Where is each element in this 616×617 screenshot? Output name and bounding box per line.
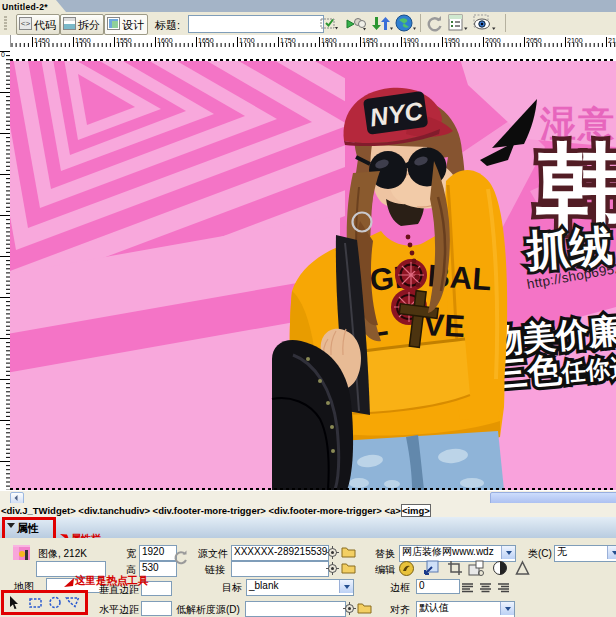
svg-text:<>: <> <box>21 19 31 28</box>
svg-text:1700: 1700 <box>239 37 255 44</box>
svg-text:1600: 1600 <box>157 37 173 44</box>
svg-text:2100: 2100 <box>567 37 583 44</box>
svg-text:1800: 1800 <box>321 37 337 44</box>
svg-text:1550: 1550 <box>116 37 132 44</box>
svg-text:1750: 1750 <box>280 37 296 44</box>
svg-text:2000: 2000 <box>485 37 501 44</box>
svg-text:1850: 1850 <box>362 37 378 44</box>
svg-text:1950: 1950 <box>444 37 460 44</box>
svg-text:1650: 1650 <box>198 37 214 44</box>
svg-text:2050: 2050 <box>526 37 542 44</box>
svg-text:0: 0 <box>1 51 5 58</box>
svg-text:1500: 1500 <box>75 37 91 44</box>
svg-text:1450: 1450 <box>34 37 50 44</box>
svg-text:1900: 1900 <box>403 37 419 44</box>
svg-text:2150: 2150 <box>608 37 616 44</box>
